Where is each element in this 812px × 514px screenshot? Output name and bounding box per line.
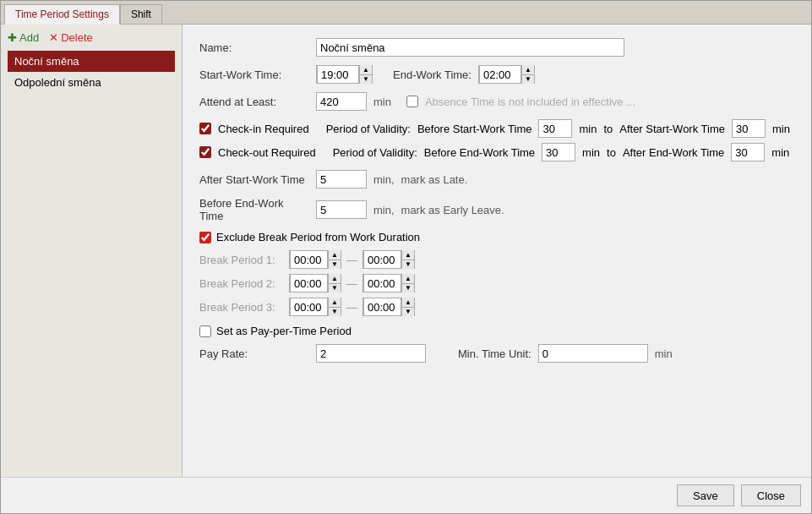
start-work-spinner[interactable]: ▲ ▼ (316, 65, 373, 84)
break-1-start-btns: ▲ ▼ (328, 250, 341, 269)
break-1-end-up[interactable]: ▲ (402, 250, 414, 260)
tab-time-period[interactable]: Time Period Settings (4, 4, 120, 25)
checkout-section: Check-out Required Period of Validity: B… (199, 143, 794, 161)
break-1-start-up[interactable]: ▲ (329, 250, 341, 260)
end-work-spinner[interactable]: ▲ ▼ (478, 65, 535, 84)
checkout-label: Check-out Required (218, 146, 316, 159)
break-2-start-spinner[interactable]: ▲ ▼ (289, 274, 341, 293)
break-2-label: Break Period 2: (199, 277, 284, 290)
checkout-checkbox[interactable] (199, 146, 211, 158)
before-end-input[interactable] (316, 200, 367, 219)
break-2-start-input[interactable] (290, 274, 328, 293)
checkin-checkbox[interactable] (199, 123, 211, 134)
break-1-sep: — (346, 254, 357, 266)
save-button[interactable]: Save (677, 484, 734, 506)
checkin-after-label: After Start-Work Time (619, 123, 725, 135)
checkout-after-label: After End-Work Time (623, 146, 724, 159)
plus-icon: ✚ (8, 31, 17, 44)
break-1-start-input[interactable] (290, 250, 328, 269)
add-label: Add (19, 31, 39, 44)
break-3-label: Break Period 3: (199, 301, 284, 314)
break-3-start-down[interactable]: ▼ (329, 307, 341, 316)
break-3-end-spinner[interactable]: ▲ ▼ (362, 298, 415, 316)
break-2-end-input[interactable] (363, 274, 401, 293)
exclude-break-checkbox[interactable] (199, 232, 211, 243)
checkin-before-input[interactable] (538, 119, 572, 138)
checkout-before-input[interactable] (542, 143, 575, 161)
checkout-min1: min (582, 146, 600, 159)
checkout-validity-label: Period of Validity: (333, 146, 417, 159)
after-start-input[interactable] (316, 170, 367, 189)
start-work-spinner-btns: ▲ ▼ (359, 65, 372, 84)
before-end-text: mark as Early Leave. (401, 204, 504, 216)
break-2-start-down[interactable]: ▼ (329, 283, 341, 293)
break-2-end-up[interactable]: ▲ (402, 274, 414, 283)
break-1-start-spinner[interactable]: ▲ ▼ (289, 250, 341, 269)
checkin-after-input[interactable] (732, 119, 766, 138)
break-1-label: Break Period 1: (199, 254, 284, 266)
break-1-start-down[interactable]: ▼ (329, 260, 341, 269)
bottom-bar: Save Close (1, 477, 811, 513)
break-3-end-input[interactable] (363, 298, 401, 316)
after-start-label: After Start-Work Time (199, 173, 309, 186)
after-start-unit: min, (373, 173, 395, 186)
break-3-start-input[interactable] (290, 298, 328, 316)
break-2-end-btns: ▲ ▼ (401, 274, 414, 293)
start-work-label: Start-Work Time: (199, 68, 309, 81)
break-period-2-row: Break Period 2: ▲ ▼ — ▲ ▼ (199, 274, 794, 293)
start-work-up[interactable]: ▲ (360, 65, 372, 74)
before-end-row: Before End-Work Time min, mark as Early … (199, 197, 794, 222)
checkout-after-input[interactable] (731, 143, 765, 161)
left-panel: ✚ Add ✕ Delete Noční směna Odpolední smě… (1, 25, 183, 477)
delete-label: Delete (61, 31, 93, 44)
delete-button[interactable]: ✕ Delete (49, 31, 93, 44)
break-3-end-up[interactable]: ▲ (402, 298, 414, 307)
break-3-start-btns: ▲ ▼ (328, 298, 341, 316)
list-item-nocni[interactable]: Noční směna (8, 51, 175, 72)
break-1-end-spinner[interactable]: ▲ ▼ (362, 250, 415, 269)
end-work-down[interactable]: ▼ (522, 74, 534, 84)
break-2-end-down[interactable]: ▼ (402, 283, 414, 293)
list-item-odpoledni[interactable]: Odpolední směna (8, 72, 175, 93)
break-period-1-row: Break Period 1: ▲ ▼ — ▲ ▼ (199, 250, 794, 269)
set-pay-checkbox[interactable] (199, 325, 211, 337)
break-3-start-up[interactable]: ▲ (329, 298, 341, 307)
name-input[interactable] (316, 38, 624, 57)
add-button[interactable]: ✚ Add (8, 31, 39, 44)
pay-rate-input[interactable] (316, 344, 426, 363)
checkin-min2: min (772, 123, 790, 135)
tab-shift[interactable]: Shift (120, 4, 162, 24)
tab-bar: Time Period Settings Shift (1, 1, 811, 25)
break-1-end-down[interactable]: ▼ (402, 260, 414, 269)
start-work-down[interactable]: ▼ (360, 74, 372, 84)
break-2-start-up[interactable]: ▲ (329, 274, 341, 283)
end-work-input[interactable] (479, 65, 521, 84)
checkin-min1: min (579, 123, 597, 135)
after-start-text: mark as Late. (401, 173, 468, 186)
checkin-to: to (603, 123, 613, 135)
exclude-break-row: Exclude Break Period from Work Duration (199, 231, 794, 243)
break-3-end-down[interactable]: ▼ (402, 307, 414, 316)
break-1-end-input[interactable] (363, 250, 401, 269)
set-pay-label: Set as Pay-per-Time Period (216, 325, 352, 337)
break-2-end-spinner[interactable]: ▲ ▼ (362, 274, 415, 293)
set-pay-row: Set as Pay-per-Time Period (199, 325, 794, 337)
break-period-3-row: Break Period 3: ▲ ▼ — ▲ ▼ (199, 298, 794, 316)
break-3-start-spinner[interactable]: ▲ ▼ (289, 298, 341, 316)
before-end-unit: min, (373, 204, 395, 216)
min-time-unit: min (655, 347, 673, 360)
attend-row: Attend at Least: min Absence Time is not… (199, 92, 794, 111)
start-work-input[interactable] (317, 65, 359, 84)
close-button[interactable]: Close (741, 484, 801, 506)
end-work-spinner-btns: ▲ ▼ (521, 65, 534, 84)
checkout-to: to (607, 146, 616, 159)
break-3-sep: — (346, 301, 357, 314)
exclude-break-label: Exclude Break Period from Work Duration (216, 231, 420, 243)
break-2-start-btns: ▲ ▼ (328, 274, 341, 293)
absence-checkbox[interactable] (406, 96, 418, 107)
attend-input[interactable] (316, 92, 367, 111)
min-time-input[interactable] (538, 344, 648, 363)
attend-unit: min (373, 96, 391, 108)
end-work-up[interactable]: ▲ (522, 65, 534, 74)
before-end-label: Before End-Work Time (199, 197, 309, 222)
